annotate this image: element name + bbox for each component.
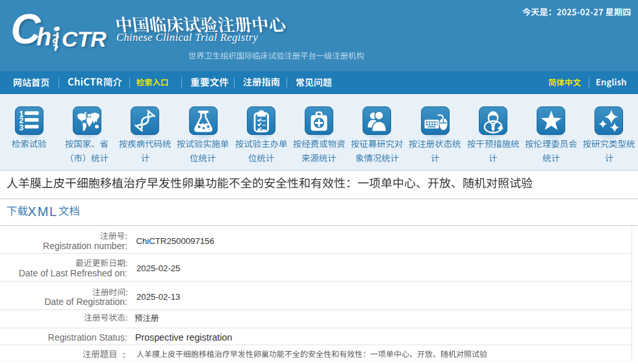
svg-text:3: 3 xyxy=(19,123,23,132)
